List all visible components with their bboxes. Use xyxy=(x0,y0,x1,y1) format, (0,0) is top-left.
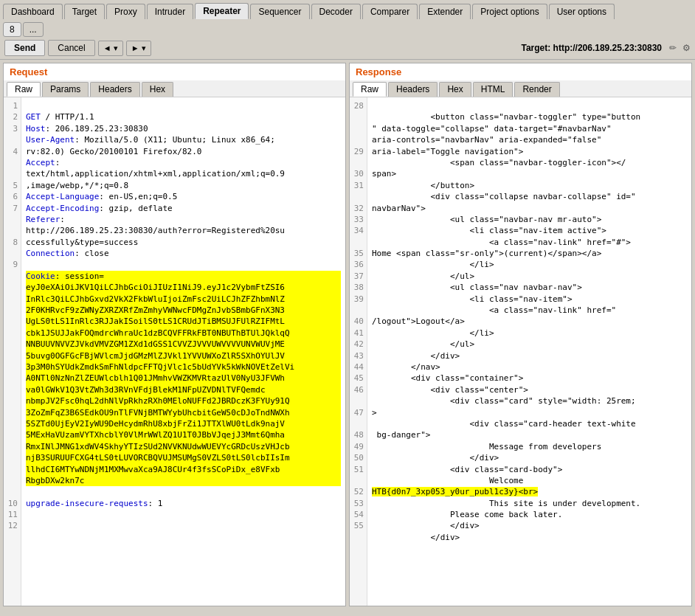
tab-intruder[interactable]: Intruder xyxy=(147,4,193,19)
tab-sequencer[interactable]: Sequencer xyxy=(250,4,309,19)
response-tab-hex[interactable]: Hex xyxy=(439,82,471,97)
tab-extender[interactable]: Extender xyxy=(419,4,471,19)
request-tab-headers[interactable]: Headers xyxy=(90,82,139,97)
response-code[interactable]: <button class="navbar-toggler" type="but… xyxy=(367,97,691,606)
back-button[interactable]: ◄ ▾ xyxy=(98,41,123,56)
cancel-button[interactable]: Cancel xyxy=(48,40,94,56)
response-tabs: Raw Headers Hex HTML Render xyxy=(350,80,691,97)
request-title: Request xyxy=(4,63,345,80)
tab-user-options[interactable]: User options xyxy=(549,4,615,19)
request-tab-raw[interactable]: Raw xyxy=(7,82,41,97)
sub-tab-8[interactable]: 8 xyxy=(3,22,21,37)
sub-tab-dots[interactable]: ... xyxy=(23,22,44,37)
response-content[interactable]: 2829303132333435363738394041424344454647… xyxy=(350,97,691,606)
request-tab-params[interactable]: Params xyxy=(42,82,89,97)
response-title: Response xyxy=(350,63,691,80)
request-panel: Request Raw Params Headers Hex 123456789… xyxy=(3,63,346,606)
send-button[interactable]: Send xyxy=(4,40,45,56)
tab-target[interactable]: Target xyxy=(64,4,105,19)
tab-proxy[interactable]: Proxy xyxy=(106,4,145,19)
main-nav: Dashboard Target Proxy Intruder Repeater… xyxy=(0,0,695,19)
target-info: Target: http://206.189.25.23:30830 xyxy=(521,43,662,53)
request-code[interactable]: GET / HTTP/1.1 Host: 206.189.25.23:30830… xyxy=(21,97,345,606)
toolbar: Send Cancel ◄ ▾ ► ▾ Target: http://206.1… xyxy=(0,37,695,60)
tab-decoder[interactable]: Decoder xyxy=(311,4,361,19)
response-tab-html[interactable]: HTML xyxy=(473,82,514,97)
response-tab-raw[interactable]: Raw xyxy=(353,82,387,97)
settings-icon[interactable]: ⚙ xyxy=(682,43,691,53)
tab-comparer[interactable]: Comparer xyxy=(362,4,418,19)
request-content[interactable]: 123456789101112 GET / HTTP/1.1 Host: 206… xyxy=(4,97,345,606)
sub-tab-row: 8 ... xyxy=(0,19,695,37)
tab-project-options[interactable]: Project options xyxy=(472,4,547,19)
request-tab-hex[interactable]: Hex xyxy=(142,82,173,97)
request-line-numbers: 123456789101112 xyxy=(4,97,21,606)
main-content: Request Raw Params Headers Hex 123456789… xyxy=(0,60,695,609)
response-tab-headers[interactable]: Headers xyxy=(388,82,438,97)
tab-repeater[interactable]: Repeater xyxy=(195,3,249,19)
forward-button[interactable]: ► ▾ xyxy=(126,41,151,56)
response-line-numbers: 2829303132333435363738394041424344454647… xyxy=(350,97,367,606)
edit-icon[interactable]: ✏ xyxy=(669,43,677,53)
response-tab-render[interactable]: Render xyxy=(514,82,559,97)
response-panel: Response Raw Headers Hex HTML Render 282… xyxy=(349,63,692,606)
request-tabs: Raw Params Headers Hex xyxy=(4,80,345,97)
tab-dashboard[interactable]: Dashboard xyxy=(3,4,63,19)
